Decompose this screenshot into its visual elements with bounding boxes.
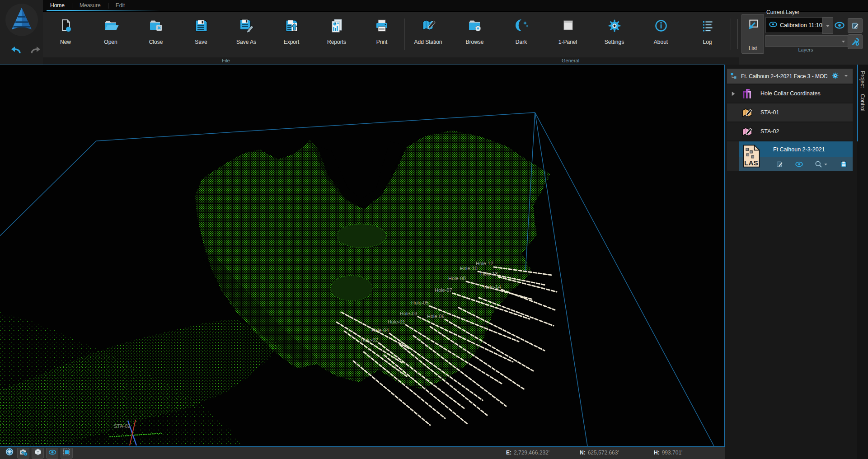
current-layer-dropdown-button[interactable] — [822, 17, 833, 34]
ribbon-open-button[interactable]: Open — [88, 11, 133, 57]
folder-close-icon — [148, 16, 164, 35]
project-item-sta-01[interactable]: STA-01 — [727, 103, 853, 122]
chevron-down-icon[interactable] — [843, 73, 849, 80]
ribbon-button-label: Save — [195, 39, 207, 45]
ribbon-button-label: 1-Panel — [558, 39, 577, 45]
floppy-icon — [193, 16, 209, 35]
save-action-button[interactable] — [840, 160, 848, 168]
project-item-label: STA-02 — [760, 128, 779, 135]
northing-value: 625,572.663' — [588, 450, 619, 456]
folder-open-icon — [103, 16, 119, 35]
northing-label: N: — [580, 450, 586, 456]
ribbon-save-button[interactable]: Save — [178, 11, 224, 57]
ribbon-button-label: Save As — [236, 39, 256, 45]
undo-button[interactable] — [9, 45, 23, 56]
tab-edit[interactable]: Edit — [108, 0, 132, 11]
ribbon-about-button[interactable]: About — [638, 11, 684, 57]
tab-home[interactable]: Home — [43, 0, 72, 11]
ribbon-1-panel-button[interactable]: 1-Panel — [544, 11, 591, 57]
3d-viewport[interactable]: Hole-12Hole-10Hole-13Hole-08Hole-14Hole-… — [0, 65, 725, 446]
log-list-icon — [699, 16, 716, 35]
ribbon-button-label: About — [654, 39, 668, 45]
printer-icon — [374, 16, 390, 35]
ribbon-dark-button[interactable]: Dark — [498, 11, 544, 57]
ribbon-print-button[interactable]: Print — [359, 11, 404, 57]
ribbon-add-station-button[interactable]: Add Station — [405, 11, 451, 57]
height-readout: H:993.701' — [654, 450, 682, 456]
ribbon-buttons: NewOpenCloseSaveSave AsExportReportsPrin… — [43, 11, 731, 57]
project-item-hole-collar-coordinates[interactable]: Hole Collar Coordinates — [727, 84, 853, 103]
snapshot-tool-button[interactable] — [17, 448, 29, 459]
report-icon — [328, 16, 345, 35]
layers-select[interactable] — [765, 35, 849, 47]
edit-action-button[interactable] — [776, 160, 784, 168]
map-orange-icon — [739, 108, 755, 118]
project-item-label: Hole Collar Coordinates — [760, 90, 821, 97]
app-logo-area — [0, 0, 43, 65]
viewport-tool-strip — [4, 448, 73, 459]
expand-arrow-icon[interactable] — [727, 90, 739, 97]
snapshot-icon — [19, 448, 28, 458]
moon-icon — [513, 16, 530, 35]
map-pink-icon — [739, 126, 755, 137]
selection-tool-button[interactable] — [61, 448, 73, 459]
project-item-selected[interactable]: Ft Calhoun 2-3-2021LAS — [727, 141, 853, 171]
tab-measure[interactable]: Measure — [72, 0, 108, 11]
height-value: 993.701' — [662, 450, 683, 456]
svg-text:Hole-03: Hole-03 — [400, 311, 418, 316]
list-button[interactable]: List — [741, 14, 764, 54]
current-layer-select[interactable]: Calibration 11:10 — [765, 17, 829, 33]
las-file-icon: LAS — [741, 144, 761, 170]
svg-text:Hole-08: Hole-08 — [448, 276, 466, 281]
gear-icon[interactable] — [831, 71, 840, 81]
svg-text:Hole-07: Hole-07 — [435, 287, 452, 293]
floppy-export-icon — [283, 16, 300, 35]
group-label-file: File — [222, 58, 230, 63]
ribbon-close-button[interactable]: Close — [133, 11, 178, 57]
drill-icon — [739, 89, 755, 99]
info-icon — [653, 16, 669, 35]
ribbon-button-label: Browse — [465, 39, 483, 45]
redo-button[interactable] — [29, 45, 42, 56]
current-layer-label: Current Layer — [766, 9, 799, 15]
status-bar: E:2,729,466.232' N:625,572.663' H:993.70… — [0, 446, 725, 459]
tab-project[interactable]: Project — [859, 71, 866, 88]
ribbon-browse-button[interactable]: Browse — [451, 11, 498, 57]
ribbon-new-button[interactable]: New — [43, 11, 88, 57]
svg-text:Hole-06: Hole-06 — [427, 314, 445, 319]
panel-side-tabs: Project Control — [857, 65, 868, 459]
project-item-list: Hole Collar CoordinatesSTA-01STA-02Ft Ca… — [727, 84, 853, 171]
search-action-button[interactable] — [815, 160, 828, 168]
layer-visibility-toggle[interactable] — [834, 20, 845, 32]
application-window: HomeMeasureEdit NewOpenCloseSaveSave AsE… — [0, 0, 868, 459]
project-item-sta-02[interactable]: STA-02 — [727, 122, 853, 141]
ribbon-export-button[interactable]: Export — [269, 11, 314, 57]
layers-group-label: Layers — [765, 47, 846, 52]
project-header[interactable]: Ft. Calhoun 2-4-2021 Face 3 - MOD — [727, 69, 853, 84]
one-panel-icon — [560, 16, 576, 35]
ribbon-group-strip: File General — [43, 57, 739, 65]
svg-text:STA-02: STA-02 — [114, 423, 130, 429]
ribbon-button-label: New — [60, 39, 71, 45]
ribbon-button-label: Log — [703, 39, 712, 45]
layer-manager-button[interactable] — [848, 34, 863, 49]
cube-icon — [34, 448, 42, 458]
orbit-tool-button[interactable] — [46, 448, 58, 459]
toolbar-divider — [737, 19, 738, 49]
layer-edit-button[interactable] — [848, 18, 863, 33]
svg-text:Hole-01: Hole-01 — [388, 319, 405, 324]
ribbon-save-as-button[interactable]: Save As — [224, 11, 269, 57]
menu-tab-bar: HomeMeasureEdit — [43, 0, 868, 12]
list-button-label: List — [749, 45, 757, 52]
tree-icon — [731, 72, 737, 80]
ribbon-log-button[interactable]: Log — [684, 11, 731, 57]
app-logo[interactable] — [4, 2, 39, 39]
visibility-action-button[interactable] — [795, 160, 803, 168]
cube-tool-button[interactable] — [32, 448, 44, 459]
ribbon-settings-button[interactable]: Settings — [591, 11, 638, 57]
ribbon-reports-button[interactable]: Reports — [314, 11, 359, 57]
project-panel: Ft. Calhoun 2-4-2021 Face 3 - MOD Hole C… — [725, 65, 857, 459]
tab-control[interactable]: Control — [859, 94, 866, 112]
easting-readout: E:2,729,466.232' — [506, 450, 549, 456]
locate-tool-button[interactable] — [4, 448, 15, 458]
